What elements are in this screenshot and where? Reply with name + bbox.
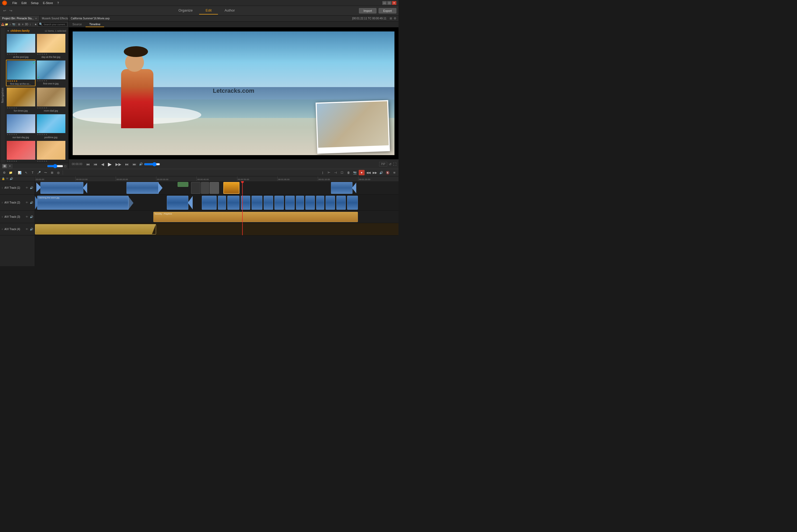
trim-tool-button[interactable]: ⊢ xyxy=(326,170,332,175)
eq-button[interactable]: ≋ xyxy=(392,170,397,175)
clip[interactable] xyxy=(223,182,239,194)
list-item[interactable]: ★★★★★ fun-times.jpg xyxy=(6,87,36,113)
audio-r-button[interactable]: ▶▶ xyxy=(372,170,378,175)
navigation-sidebar[interactable]: Navigation xyxy=(0,27,5,163)
clip[interactable] xyxy=(35,224,156,234)
clip[interactable] xyxy=(316,196,324,210)
prev-frame-button[interactable]: ⏮ xyxy=(93,162,98,167)
track-eye-3-icon[interactable]: 👁 xyxy=(25,215,28,218)
grid-view-button[interactable]: ⊞ xyxy=(18,22,21,26)
clip[interactable] xyxy=(326,196,335,210)
track-eye-1-icon[interactable]: 👁 xyxy=(25,186,28,189)
pip-button[interactable]: PiP xyxy=(379,162,387,166)
undo-button[interactable]: ↩ xyxy=(2,8,7,13)
clip[interactable] xyxy=(305,196,315,210)
menu-file[interactable]: File xyxy=(12,1,17,4)
clip[interactable] xyxy=(228,196,239,210)
clip[interactable]: Novelty - Playtime xyxy=(153,212,358,222)
timeline-text-button[interactable]: T xyxy=(30,170,35,175)
clip[interactable] xyxy=(178,182,188,187)
clip[interactable] xyxy=(202,196,217,210)
list-item[interactable]: ★★★★★ at-the-pool.jpg xyxy=(6,33,36,59)
list-item[interactable]: ✓ ★★★★★ pooltime.jpg xyxy=(36,113,66,139)
cut-tool-button[interactable]: ☐ xyxy=(339,170,345,175)
loop-button[interactable]: ↺ xyxy=(389,163,392,166)
track-mute-4-icon[interactable]: 🔊 xyxy=(30,228,33,231)
import-media-button[interactable]: 📥 xyxy=(1,22,4,26)
rewind-button[interactable]: ◀ xyxy=(100,162,105,167)
track-mute-3-icon[interactable]: 🔊 xyxy=(30,215,33,218)
timeline-settings-button[interactable]: ⚙ xyxy=(2,170,7,175)
clip[interactable] xyxy=(126,182,159,194)
threed-button[interactable]: 3D xyxy=(25,22,28,26)
clip[interactable] xyxy=(347,196,358,210)
track-eye-2-icon[interactable]: 👁 xyxy=(25,201,28,204)
track-eye-icon[interactable]: 👁 xyxy=(6,177,8,180)
list-item[interactable]: ✓ ★★★★★ first-day-at-the-oc... xyxy=(6,60,36,86)
camera-button[interactable]: 📷 xyxy=(12,22,15,26)
list-item[interactable]: ✓ ★★★★★ first-one-in.jpg xyxy=(36,60,66,86)
audio-vol-button[interactable]: 🔊 xyxy=(379,170,384,175)
search-input[interactable] xyxy=(43,23,67,26)
timeline-arrow-button[interactable]: ↖ xyxy=(23,170,29,175)
clip[interactable] xyxy=(40,182,84,194)
size-range-input[interactable] xyxy=(47,164,63,168)
folder-button[interactable]: 📁 xyxy=(5,22,8,26)
menu-edit[interactable]: Edit xyxy=(21,1,26,4)
clip[interactable] xyxy=(191,182,200,194)
clip[interactable] xyxy=(336,196,346,210)
clip[interactable] xyxy=(167,196,188,210)
list-item[interactable]: ★★★★★ mom-dad.jpg xyxy=(36,87,66,113)
timeline-bar-chart-button[interactable]: 📊 xyxy=(17,170,22,175)
tab-timeline[interactable]: Timeline xyxy=(86,21,104,27)
music-button[interactable]: ♪ xyxy=(8,22,12,26)
split-tool-button[interactable]: ⊣ xyxy=(333,170,338,175)
tab-organize[interactable]: Organize xyxy=(172,7,199,15)
expand-icon[interactable]: ⊞ xyxy=(390,17,392,20)
timeline-wave-button[interactable]: 〜 xyxy=(43,170,48,175)
next-frame-button[interactable]: ⏭ xyxy=(124,162,130,167)
panel-tab-project-bin[interactable]: Project Bin: Pinnacle Stu... ✕ xyxy=(0,16,39,21)
settings-icon[interactable]: ⚙ xyxy=(394,17,396,20)
fast-forward-button[interactable]: ▶▶ xyxy=(114,162,123,167)
rewind-to-start-button[interactable]: ⏮ xyxy=(85,162,91,167)
clip[interactable]: catching-the-wave.jpg xyxy=(37,196,129,210)
menu-setup[interactable]: Setup xyxy=(31,1,39,4)
list-item[interactable]: ★★★★★ refreshing.jpg xyxy=(6,140,36,163)
snapshot-button[interactable]: 📷 xyxy=(352,170,358,175)
export-button[interactable]: Export xyxy=(379,8,396,14)
clip[interactable] xyxy=(296,196,304,210)
clip[interactable] xyxy=(201,182,209,194)
audio-l-button[interactable]: ◀◀ xyxy=(366,170,371,175)
tab-edit[interactable]: Edit xyxy=(199,7,218,15)
track-speaker-icon[interactable]: 🔊 xyxy=(10,177,13,180)
clip[interactable] xyxy=(264,196,273,210)
fullscreen-button[interactable]: ⛶ xyxy=(393,163,396,166)
clip[interactable] xyxy=(218,196,226,210)
volume-slider[interactable] xyxy=(144,162,160,166)
clip[interactable] xyxy=(274,196,284,210)
grid-view-button[interactable]: ⊞ xyxy=(2,164,7,168)
clip[interactable] xyxy=(285,196,295,210)
track-mute-1-icon[interactable]: 🔊 xyxy=(30,186,33,189)
minimize-button[interactable]: — xyxy=(382,1,387,5)
menu-help[interactable]: ? xyxy=(57,1,59,4)
panel-tab-sound-effects[interactable]: Muserk Sound Effects: (all) xyxy=(39,16,68,21)
redo-button[interactable]: ↪ xyxy=(8,8,14,13)
list-item[interactable]: ✓ ★★★★★ our-last-day.jpg xyxy=(6,113,36,139)
group-children-family[interactable]: ▼ children-family 12 items, 1 selected xyxy=(6,28,67,33)
play-button[interactable]: ▶ xyxy=(107,161,113,168)
tab-source[interactable]: Source xyxy=(69,21,86,27)
list-view-button[interactable]: ≡ xyxy=(7,164,12,168)
timeline-circle-button[interactable]: ◎ xyxy=(56,170,61,175)
list-item[interactable]: ★★★★★ day-at-the-fair.jpg xyxy=(36,33,66,59)
star-filter-button[interactable]: ★ xyxy=(34,22,37,26)
list-item[interactable]: ★★★★★ sisters.jpg xyxy=(36,140,66,163)
clip[interactable] xyxy=(252,196,262,210)
timeline-folder-button[interactable]: 📁 xyxy=(8,170,14,175)
clip[interactable] xyxy=(331,182,352,194)
add-track-button[interactable]: ▼ xyxy=(359,170,365,175)
audio-mute-button[interactable]: 🔇 xyxy=(385,170,391,175)
delete-button[interactable]: 🗑 xyxy=(346,170,351,175)
razor-tool-button[interactable]: | xyxy=(320,170,325,175)
